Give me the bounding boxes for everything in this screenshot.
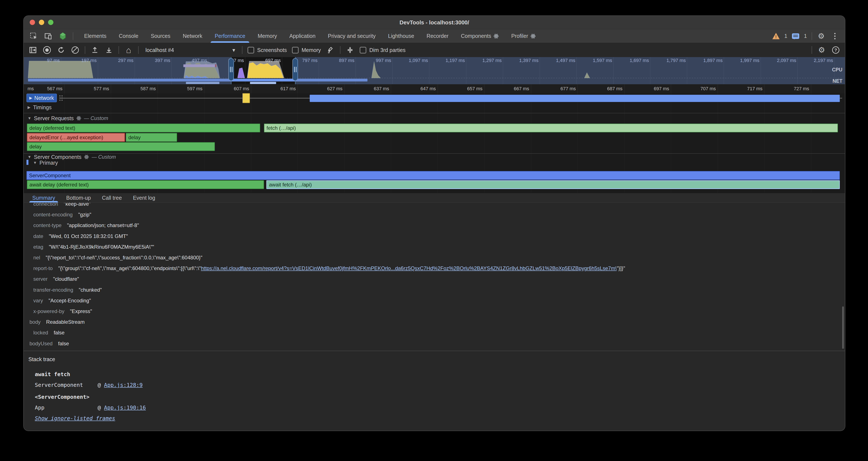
record-icon[interactable] xyxy=(42,46,52,55)
timeline-event[interactable] xyxy=(242,93,250,103)
ruler-tick-label: 727 ms xyxy=(777,86,809,92)
devtools-window: DevTools - localhost:3000/ ElementsConso… xyxy=(24,16,845,431)
screenshots-checkbox[interactable] xyxy=(248,47,254,54)
issues-message-icon[interactable] xyxy=(792,33,799,39)
timeline-event-servercomponent[interactable]: ServerComponent xyxy=(27,171,840,180)
clear-icon[interactable] xyxy=(71,46,80,55)
tab-console[interactable]: Console xyxy=(113,29,145,43)
detail-key: connection xyxy=(33,203,58,207)
detail-row-content-type: content-type"application/json; charset=u… xyxy=(24,221,845,230)
stack-frame-link[interactable]: App.js:128:9 xyxy=(104,382,143,388)
timeline-event-await-fetch-api[interactable]: await fetch (…/api) xyxy=(266,180,840,189)
dim-third-parties-label: Dim 3rd parties xyxy=(369,47,406,53)
track-server-requests-header[interactable]: ▼Server Requests— Custom xyxy=(28,114,108,122)
timeline-event-delayederror-ayed-exception[interactable]: delayedError (…ayed exception) xyxy=(27,133,125,142)
detail-value-link[interactable]: https://a.nel.cloudflare.com/report/v4?s… xyxy=(201,265,617,271)
timeline-event-fetch-api[interactable]: fetch (…/api) xyxy=(264,123,838,132)
home-icon[interactable]: ⌂ xyxy=(124,46,133,55)
drag-grip-icon[interactable] xyxy=(59,95,63,101)
tab-label: Console xyxy=(119,33,138,39)
divider xyxy=(812,46,812,54)
inspect-element-icon[interactable] xyxy=(29,32,38,40)
ruler-tick xyxy=(764,84,765,93)
track-title: Server Requests xyxy=(34,115,74,121)
dim-third-parties-checkbox[interactable] xyxy=(360,47,366,54)
tab-label: Network xyxy=(183,33,203,39)
selection-handle-right[interactable] xyxy=(292,58,298,81)
capture-settings-gear-icon[interactable]: ⚙ xyxy=(817,46,826,55)
stack-frame-link[interactable]: App.js:190:16 xyxy=(104,405,146,411)
track-network-header[interactable]: ▶Network xyxy=(27,94,63,102)
message-count[interactable]: 1 xyxy=(804,33,807,39)
page-root: { "titlebar": { "title": "DevTools - loc… xyxy=(0,0,868,461)
warning-icon[interactable]: ! xyxy=(772,33,780,39)
detail-row-x-powered-by: x-powered-by"Express" xyxy=(24,307,845,316)
caret-expanded-icon: ▼ xyxy=(28,116,31,121)
selection-handle-left[interactable] xyxy=(228,58,234,81)
help-icon[interactable]: ? xyxy=(831,46,840,55)
device-toolbar-icon[interactable] xyxy=(44,32,53,40)
kebab-menu-icon[interactable] xyxy=(830,32,839,40)
ruler-tick-label: 667 ms xyxy=(497,86,529,92)
track-subtrack-primary[interactable]: ▼Primary xyxy=(33,159,58,167)
ruler-tick xyxy=(578,84,578,93)
show-ignore-listed-link[interactable]: Show ignore-listed frames xyxy=(35,415,115,422)
history-select[interactable]: localhost #4 ▾ xyxy=(144,47,237,54)
detail-row-server: server"cloudflare" xyxy=(24,274,845,284)
timeline-event-await-delay-deferred-text[interactable]: await delay (deferred text) xyxy=(27,180,264,189)
track-label: Timings xyxy=(33,104,52,111)
tab-privacy-and-security[interactable]: Privacy and security xyxy=(322,29,382,43)
details-tab-label: Bottom-up xyxy=(66,195,91,201)
details-tab-event-log[interactable]: Event log xyxy=(127,193,161,202)
memory-checkbox[interactable] xyxy=(292,47,299,54)
warning-count[interactable]: 1 xyxy=(784,33,787,39)
detail-key: vary xyxy=(33,298,43,304)
track-timings-header[interactable]: ▶Timings xyxy=(28,104,52,111)
tab-network[interactable]: Network xyxy=(177,29,209,43)
stack-frame-function: App xyxy=(35,405,44,411)
event-label: delayedError (…ayed exception) xyxy=(29,135,103,141)
settings-gear-icon[interactable]: ⚙ xyxy=(817,32,826,40)
timeline-event-delay[interactable]: delay xyxy=(126,133,177,142)
tab-lighthouse[interactable]: Lighthouse xyxy=(382,29,420,43)
event-label: delay xyxy=(29,144,42,150)
details-tab-summary[interactable]: Summary xyxy=(27,193,61,202)
upload-profile-icon[interactable] xyxy=(90,46,99,55)
tab-components[interactable]: Components xyxy=(455,29,505,43)
download-profile-icon[interactable] xyxy=(104,46,114,55)
ruler-tick xyxy=(484,84,485,93)
details-tab-call-tree[interactable]: Call tree xyxy=(96,193,127,202)
timeline-event-delay[interactable]: delay xyxy=(27,142,215,151)
tab-profiler[interactable]: Profiler xyxy=(505,29,542,43)
detail-row-content-encoding: content-encoding"gzip" xyxy=(24,210,845,220)
tab-memory[interactable]: Memory xyxy=(251,29,283,43)
tab-performance[interactable]: Performance xyxy=(209,29,251,43)
ruler-tick-label: 587 ms xyxy=(124,86,156,92)
detail-value-suffix: "}]}" xyxy=(617,265,625,271)
tab-sources[interactable]: Sources xyxy=(145,29,177,43)
reload-record-icon[interactable] xyxy=(57,46,66,55)
details-scrollbar-thumb[interactable] xyxy=(842,307,844,349)
detail-row-report-to: report-to"{\"group\":\"cf-nel\",\"max_ag… xyxy=(24,263,845,273)
timeline-event-delay-deferred-text[interactable]: delay (deferred text) xyxy=(27,123,260,132)
track-custom-badge: — Custom xyxy=(92,154,116,160)
detail-key: body xyxy=(29,319,40,325)
stack-trace-title: Stack trace xyxy=(28,356,55,363)
tab-application[interactable]: Application xyxy=(283,29,322,43)
collapse-rows-icon[interactable] xyxy=(346,46,354,55)
timeline-ruler: ms567 ms577 ms587 ms597 ms607 ms617 ms62… xyxy=(24,84,845,93)
tab-recorder[interactable]: Recorder xyxy=(420,29,455,43)
tab-elements[interactable]: Elements xyxy=(78,29,113,43)
flame-chart: ▶Network▶Timings▼Server Requests— Custom… xyxy=(24,93,845,193)
panel-left-icon[interactable] xyxy=(28,46,37,55)
detail-value: false xyxy=(58,341,69,346)
detail-key: locked xyxy=(33,330,48,336)
caret-right-icon: ▶ xyxy=(28,105,31,110)
detail-row-body: bodyReadableStream xyxy=(24,317,845,327)
timeline-event[interactable] xyxy=(310,95,840,102)
details-tab-bottom-up[interactable]: Bottom-up xyxy=(61,193,96,202)
timeline-overview[interactable]: CPU NET 97 ms197 ms297 ms397 ms497 ms597… xyxy=(24,57,845,84)
at-symbol: @ xyxy=(98,405,104,411)
garbage-collect-icon[interactable] xyxy=(326,46,335,55)
stack-frame-header: await fetch xyxy=(35,371,70,377)
